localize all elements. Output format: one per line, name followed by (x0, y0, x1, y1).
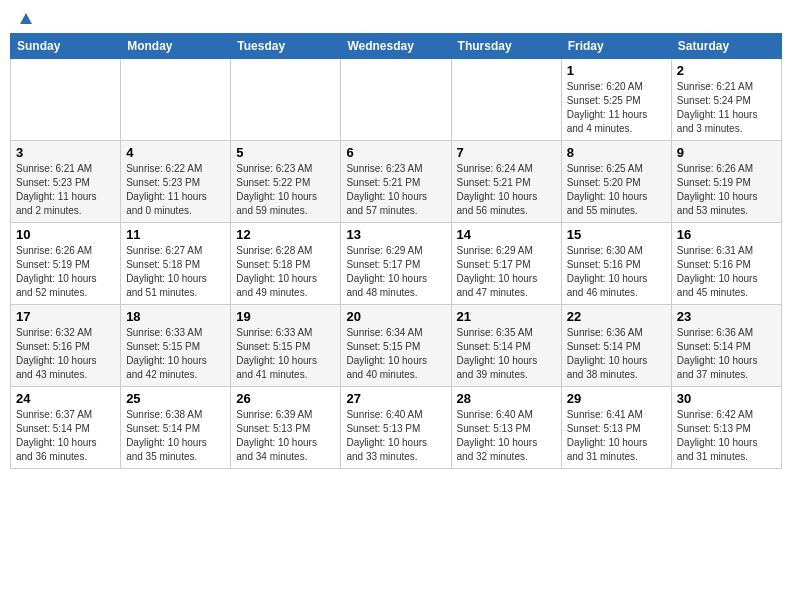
calendar-week-2: 3Sunrise: 6:21 AM Sunset: 5:23 PM Daylig… (11, 141, 782, 223)
calendar-cell: 24Sunrise: 6:37 AM Sunset: 5:14 PM Dayli… (11, 387, 121, 469)
column-header-friday: Friday (561, 34, 671, 59)
column-header-saturday: Saturday (671, 34, 781, 59)
calendar-cell: 13Sunrise: 6:29 AM Sunset: 5:17 PM Dayli… (341, 223, 451, 305)
day-info: Sunrise: 6:22 AM Sunset: 5:23 PM Dayligh… (126, 162, 225, 218)
calendar-cell: 14Sunrise: 6:29 AM Sunset: 5:17 PM Dayli… (451, 223, 561, 305)
day-number: 17 (16, 309, 115, 324)
day-info: Sunrise: 6:30 AM Sunset: 5:16 PM Dayligh… (567, 244, 666, 300)
day-info: Sunrise: 6:20 AM Sunset: 5:25 PM Dayligh… (567, 80, 666, 136)
day-info: Sunrise: 6:23 AM Sunset: 5:21 PM Dayligh… (346, 162, 445, 218)
day-info: Sunrise: 6:38 AM Sunset: 5:14 PM Dayligh… (126, 408, 225, 464)
calendar-cell: 10Sunrise: 6:26 AM Sunset: 5:19 PM Dayli… (11, 223, 121, 305)
day-info: Sunrise: 6:36 AM Sunset: 5:14 PM Dayligh… (567, 326, 666, 382)
day-number: 13 (346, 227, 445, 242)
day-info: Sunrise: 6:28 AM Sunset: 5:18 PM Dayligh… (236, 244, 335, 300)
day-info: Sunrise: 6:21 AM Sunset: 5:23 PM Dayligh… (16, 162, 115, 218)
day-info: Sunrise: 6:33 AM Sunset: 5:15 PM Dayligh… (236, 326, 335, 382)
day-number: 7 (457, 145, 556, 160)
calendar-cell: 18Sunrise: 6:33 AM Sunset: 5:15 PM Dayli… (121, 305, 231, 387)
day-info: Sunrise: 6:29 AM Sunset: 5:17 PM Dayligh… (457, 244, 556, 300)
day-info: Sunrise: 6:37 AM Sunset: 5:14 PM Dayligh… (16, 408, 115, 464)
day-number: 10 (16, 227, 115, 242)
calendar-cell (231, 59, 341, 141)
page-header (10, 10, 782, 25)
day-number: 26 (236, 391, 335, 406)
day-info: Sunrise: 6:42 AM Sunset: 5:13 PM Dayligh… (677, 408, 776, 464)
calendar-cell: 3Sunrise: 6:21 AM Sunset: 5:23 PM Daylig… (11, 141, 121, 223)
calendar-week-4: 17Sunrise: 6:32 AM Sunset: 5:16 PM Dayli… (11, 305, 782, 387)
calendar-cell: 23Sunrise: 6:36 AM Sunset: 5:14 PM Dayli… (671, 305, 781, 387)
calendar-cell (341, 59, 451, 141)
day-info: Sunrise: 6:34 AM Sunset: 5:15 PM Dayligh… (346, 326, 445, 382)
day-number: 14 (457, 227, 556, 242)
day-info: Sunrise: 6:31 AM Sunset: 5:16 PM Dayligh… (677, 244, 776, 300)
day-info: Sunrise: 6:25 AM Sunset: 5:20 PM Dayligh… (567, 162, 666, 218)
day-number: 20 (346, 309, 445, 324)
calendar-cell (121, 59, 231, 141)
calendar-cell: 26Sunrise: 6:39 AM Sunset: 5:13 PM Dayli… (231, 387, 341, 469)
day-info: Sunrise: 6:26 AM Sunset: 5:19 PM Dayligh… (677, 162, 776, 218)
column-header-wednesday: Wednesday (341, 34, 451, 59)
day-number: 3 (16, 145, 115, 160)
day-number: 28 (457, 391, 556, 406)
day-number: 6 (346, 145, 445, 160)
day-number: 19 (236, 309, 335, 324)
day-info: Sunrise: 6:27 AM Sunset: 5:18 PM Dayligh… (126, 244, 225, 300)
day-number: 5 (236, 145, 335, 160)
calendar-cell: 7Sunrise: 6:24 AM Sunset: 5:21 PM Daylig… (451, 141, 561, 223)
calendar-week-1: 1Sunrise: 6:20 AM Sunset: 5:25 PM Daylig… (11, 59, 782, 141)
calendar-cell: 29Sunrise: 6:41 AM Sunset: 5:13 PM Dayli… (561, 387, 671, 469)
calendar-table: SundayMondayTuesdayWednesdayThursdayFrid… (10, 33, 782, 469)
calendar-cell: 16Sunrise: 6:31 AM Sunset: 5:16 PM Dayli… (671, 223, 781, 305)
day-number: 29 (567, 391, 666, 406)
day-info: Sunrise: 6:26 AM Sunset: 5:19 PM Dayligh… (16, 244, 115, 300)
calendar-cell: 28Sunrise: 6:40 AM Sunset: 5:13 PM Dayli… (451, 387, 561, 469)
calendar-cell: 21Sunrise: 6:35 AM Sunset: 5:14 PM Dayli… (451, 305, 561, 387)
calendar-cell: 2Sunrise: 6:21 AM Sunset: 5:24 PM Daylig… (671, 59, 781, 141)
day-number: 27 (346, 391, 445, 406)
day-number: 9 (677, 145, 776, 160)
calendar-cell: 27Sunrise: 6:40 AM Sunset: 5:13 PM Dayli… (341, 387, 451, 469)
calendar-cell: 11Sunrise: 6:27 AM Sunset: 5:18 PM Dayli… (121, 223, 231, 305)
day-info: Sunrise: 6:35 AM Sunset: 5:14 PM Dayligh… (457, 326, 556, 382)
calendar-cell: 4Sunrise: 6:22 AM Sunset: 5:23 PM Daylig… (121, 141, 231, 223)
day-info: Sunrise: 6:23 AM Sunset: 5:22 PM Dayligh… (236, 162, 335, 218)
calendar-cell: 8Sunrise: 6:25 AM Sunset: 5:20 PM Daylig… (561, 141, 671, 223)
calendar-cell: 22Sunrise: 6:36 AM Sunset: 5:14 PM Dayli… (561, 305, 671, 387)
day-info: Sunrise: 6:33 AM Sunset: 5:15 PM Dayligh… (126, 326, 225, 382)
day-number: 11 (126, 227, 225, 242)
calendar-cell: 5Sunrise: 6:23 AM Sunset: 5:22 PM Daylig… (231, 141, 341, 223)
calendar-cell: 1Sunrise: 6:20 AM Sunset: 5:25 PM Daylig… (561, 59, 671, 141)
calendar-cell: 17Sunrise: 6:32 AM Sunset: 5:16 PM Dayli… (11, 305, 121, 387)
day-info: Sunrise: 6:41 AM Sunset: 5:13 PM Dayligh… (567, 408, 666, 464)
day-info: Sunrise: 6:39 AM Sunset: 5:13 PM Dayligh… (236, 408, 335, 464)
day-number: 24 (16, 391, 115, 406)
logo-arrow-icon (20, 13, 32, 24)
calendar-week-5: 24Sunrise: 6:37 AM Sunset: 5:14 PM Dayli… (11, 387, 782, 469)
day-number: 23 (677, 309, 776, 324)
day-number: 30 (677, 391, 776, 406)
calendar-header-row: SundayMondayTuesdayWednesdayThursdayFrid… (11, 34, 782, 59)
column-header-tuesday: Tuesday (231, 34, 341, 59)
calendar-cell: 20Sunrise: 6:34 AM Sunset: 5:15 PM Dayli… (341, 305, 451, 387)
day-number: 25 (126, 391, 225, 406)
day-number: 15 (567, 227, 666, 242)
day-number: 21 (457, 309, 556, 324)
day-info: Sunrise: 6:21 AM Sunset: 5:24 PM Dayligh… (677, 80, 776, 136)
calendar-cell: 19Sunrise: 6:33 AM Sunset: 5:15 PM Dayli… (231, 305, 341, 387)
day-number: 1 (567, 63, 666, 78)
day-number: 22 (567, 309, 666, 324)
day-number: 16 (677, 227, 776, 242)
calendar-week-3: 10Sunrise: 6:26 AM Sunset: 5:19 PM Dayli… (11, 223, 782, 305)
calendar-cell (451, 59, 561, 141)
calendar-cell: 9Sunrise: 6:26 AM Sunset: 5:19 PM Daylig… (671, 141, 781, 223)
column-header-monday: Monday (121, 34, 231, 59)
day-number: 8 (567, 145, 666, 160)
calendar-cell: 30Sunrise: 6:42 AM Sunset: 5:13 PM Dayli… (671, 387, 781, 469)
column-header-sunday: Sunday (11, 34, 121, 59)
day-info: Sunrise: 6:32 AM Sunset: 5:16 PM Dayligh… (16, 326, 115, 382)
day-info: Sunrise: 6:29 AM Sunset: 5:17 PM Dayligh… (346, 244, 445, 300)
day-number: 2 (677, 63, 776, 78)
column-header-thursday: Thursday (451, 34, 561, 59)
day-number: 12 (236, 227, 335, 242)
